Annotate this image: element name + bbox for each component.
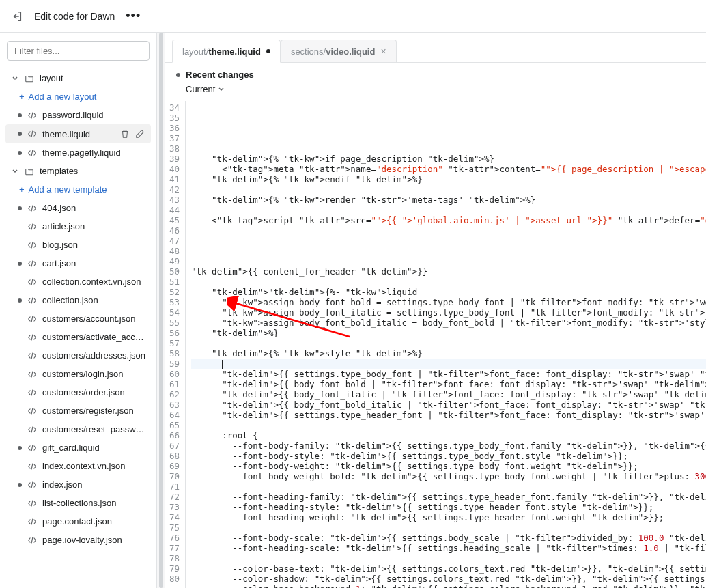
file-index-context-vn-json[interactable]: index.context.vn.json (5, 457, 151, 475)
code-line[interactable] (191, 205, 706, 215)
code-line[interactable] (191, 522, 706, 533)
code-line[interactable]: --font-heading-style: "tk-delim">{{ sett… (191, 502, 706, 512)
exit-icon[interactable] (11, 10, 23, 23)
code-line[interactable]: --font-body-scale: "tk-delim">{{ setting… (191, 533, 706, 543)
code-line[interactable]: <"tk-tag">meta "tk-attr">name="descripti… (191, 164, 706, 174)
file-index-json[interactable]: index.json (5, 475, 151, 494)
code-line[interactable] (191, 246, 706, 256)
code-line[interactable]: "tk-delim">%} (191, 328, 706, 338)
code-line[interactable]: --font-heading-scale: "tk-delim">{{ sett… (191, 543, 706, 553)
line-number: 73 (165, 502, 180, 512)
code-line[interactable] (191, 553, 706, 563)
code-line[interactable]: --font-body-family: "tk-delim">{{ settin… (191, 440, 706, 451)
code-line[interactable]: "tk-delim">{{ body_font_italic | "tk-fil… (191, 389, 706, 400)
code-line[interactable]: --font-body-weight-bold: "tk-delim">{{ s… (191, 471, 706, 481)
file-collection-json[interactable]: collection.json (5, 291, 151, 309)
code-line[interactable] (191, 236, 706, 246)
code-line[interactable] (191, 143, 706, 154)
code-line[interactable]: "tk-delim">{{ settings.type_body_font | … (191, 369, 706, 379)
file-customers-login-json[interactable]: customers/login.json (5, 365, 151, 383)
code-line[interactable]: <"tk-tag">script "tk-attr">src="">{{ ">'… (191, 215, 706, 225)
line-number: 55 (165, 318, 180, 328)
code-line[interactable]: "tk-kw">assign body_font_italic = settin… (191, 307, 706, 318)
folder-layout[interactable]: layout (5, 69, 151, 87)
code-line[interactable] (191, 481, 706, 492)
code-line[interactable] (191, 225, 706, 236)
file-theme-pagefly-liquid[interactable]: theme.pagefly.liquid (5, 143, 151, 162)
file-label: theme.pagefly.liquid (42, 148, 145, 158)
file-page-iov-lovalty-json[interactable]: page.iov-lovalty.json (5, 531, 151, 549)
file-label: 404.json (42, 203, 145, 213)
file-theme-liquid[interactable]: theme.liquid (5, 124, 151, 143)
filter-input[interactable] (7, 41, 150, 61)
add-layout[interactable]: +Add a new layout (5, 87, 151, 106)
edit-icon[interactable] (135, 128, 145, 139)
file-cart-json[interactable]: cart.json (5, 254, 151, 272)
close-icon[interactable]: × (380, 46, 386, 57)
code-line[interactable]: "tk-delim">{{ content_for_header "tk-del… (191, 266, 706, 277)
folder-templates[interactable]: templates (5, 162, 151, 180)
code-line[interactable]: "tk-kw">assign body_font_bold_italic = b… (191, 318, 706, 328)
code-line[interactable]: --color-base-text: "tk-delim">{{ setting… (191, 563, 706, 574)
code-line[interactable]: --font-heading-family: "tk-delim">{{ set… (191, 492, 706, 502)
splitter[interactable] (157, 33, 165, 588)
file-customers-order-json[interactable]: customers/order.json (5, 383, 151, 402)
file-collection-context-vn-json[interactable]: collection.context.vn.json (5, 272, 151, 291)
file-404-json[interactable]: 404.json (5, 199, 151, 217)
file-list-collections-json[interactable]: list-collections.json (5, 494, 151, 512)
code-line[interactable]: "tk-delim">"tk-delim">{%- "tk-kw">liquid (191, 287, 706, 297)
code-editor[interactable]: 3435363738394041424344454647484950515253… (165, 101, 706, 588)
file-page-contact-json[interactable]: page.contact.json (5, 512, 151, 531)
code-line[interactable] (191, 133, 706, 143)
code-line[interactable]: "tk-delim">{{ body_font_bold | "tk-filte… (191, 379, 706, 389)
code-line[interactable] (191, 359, 706, 369)
modified-dot (18, 132, 22, 136)
code-line[interactable]: --color-shadow: "tk-delim">{{ settings.c… (191, 574, 706, 584)
code-file-icon (27, 425, 37, 434)
line-number: 42 (165, 184, 180, 195)
code-line[interactable]: "tk-delim">{{ body_font_bold_italic | "t… (191, 400, 706, 410)
code-line[interactable] (191, 184, 706, 195)
code-line[interactable] (191, 338, 706, 348)
file-label: customers/login.json (42, 369, 145, 379)
file-customers-register-json[interactable]: customers/register.json (5, 402, 151, 420)
code-line[interactable] (191, 277, 706, 287)
file-label: cart.json (42, 258, 145, 268)
code-line[interactable]: :root { (191, 430, 706, 440)
file-blog-json[interactable]: blog.json (5, 236, 151, 254)
file-customers-account-json[interactable]: customers/account.json (5, 309, 151, 328)
code-file-icon (27, 443, 37, 453)
line-number: 52 (165, 287, 180, 297)
add-templates[interactable]: +Add a new template (5, 180, 151, 199)
tab-theme-liquid[interactable]: layout/theme.liquid (172, 40, 281, 63)
file-password-liquid[interactable]: password.liquid (5, 106, 151, 124)
code-line[interactable]: --font-body-weight: "tk-delim">{{ settin… (191, 461, 706, 471)
code-line[interactable]: "tk-delim">{% "tk-kw">style "tk-delim">%… (191, 348, 706, 359)
file-gift_card-liquid[interactable]: gift_card.liquid (5, 438, 151, 457)
code-line[interactable] (191, 256, 706, 266)
delete-icon[interactable] (119, 128, 130, 139)
file-label: collection.context.vn.json (42, 277, 145, 287)
code-line[interactable]: "tk-delim">{% "tk-kw">if page_descriptio… (191, 154, 706, 164)
more-menu[interactable]: ••• (126, 9, 141, 23)
code-line[interactable]: --font-body-style: "tk-delim">{{ setting… (191, 451, 706, 461)
code-file-icon (27, 277, 37, 287)
code-line[interactable] (191, 420, 706, 430)
file-customers-activate_account-json[interactable]: customers/activate_account.json (5, 328, 151, 346)
code-line[interactable]: --color-base-background-1: "tk-delim">{{… (191, 584, 706, 588)
code-file-icon (27, 369, 37, 379)
file-customers-addresses-json[interactable]: customers/addresses.json (5, 346, 151, 365)
code-line[interactable]: "tk-kw">assign body_font_bold = settings… (191, 297, 706, 307)
file-label: collection.json (42, 295, 145, 305)
file-article-json[interactable]: article.json (5, 217, 151, 236)
code-line[interactable]: "tk-delim">{% "tk-kw">render "tk-str">'m… (191, 195, 706, 205)
file-customers-reset_password-json[interactable]: customers/reset_password.json (5, 420, 151, 438)
recent-selector[interactable]: Current (176, 84, 695, 94)
code-line[interactable]: "tk-delim">{% "tk-kw">endif "tk-delim">%… (191, 174, 706, 184)
tab-video-liquid[interactable]: sections/video.liquid× (281, 40, 397, 62)
code-line[interactable]: "tk-delim">{{ settings.type_header_font … (191, 410, 706, 420)
line-number: 67 (165, 440, 180, 451)
code-file-icon (27, 333, 37, 342)
code-file-icon (27, 314, 37, 324)
code-line[interactable]: --font-heading-weight: "tk-delim">{{ set… (191, 512, 706, 522)
